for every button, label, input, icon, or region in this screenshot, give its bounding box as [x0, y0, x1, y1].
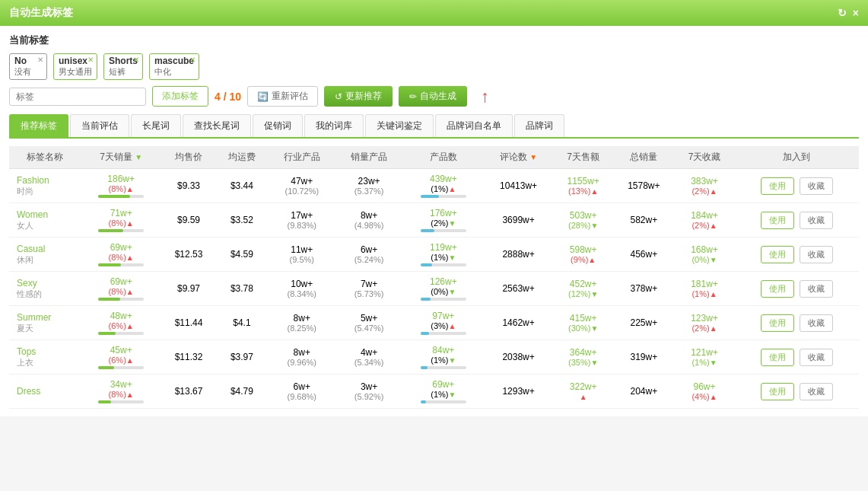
cell-sales7damt: 415w+ (30%)▼: [553, 306, 614, 340]
tag-link[interactable]: Women: [17, 209, 78, 220]
table-row: Summer 夏天 48w+ (6%)▲ $11.44 $4.1 8w+ (8.…: [9, 306, 859, 340]
table-wrapper: 标签名称 7天销量 ▼ 均售价 均运费 行业产品 销量产品 产品数 评论数 ▼ …: [9, 146, 859, 409]
tag-no-close[interactable]: ✕: [37, 56, 43, 64]
col-sales7damt: 7天售额: [553, 146, 614, 169]
tag-mascube-close[interactable]: ✕: [189, 56, 196, 64]
tab-keyword[interactable]: 关键词鉴定: [365, 114, 434, 137]
cell-reviews: 2563w+: [484, 272, 552, 306]
collect-button[interactable]: 收藏: [800, 314, 833, 332]
tab-brandwhite[interactable]: 品牌词自名单: [435, 114, 513, 137]
tag-cn: 性感的: [17, 289, 42, 298]
cell-industryprod: 8w+ (9.96%): [269, 340, 335, 375]
tag-unisex-close[interactable]: ✕: [87, 56, 94, 64]
cell-industryprod: 11w+ (9.5%): [269, 238, 335, 272]
cell-addto: 使用 收藏: [735, 375, 859, 409]
tab-current[interactable]: 当前评估: [70, 114, 129, 137]
cell-tagname: Casual 休闲: [9, 238, 81, 272]
cell-avgprice: $9.97: [162, 272, 215, 306]
cell-industryprod: 8w+ (8.25%): [269, 306, 335, 340]
add-tag-button[interactable]: 添加标签: [152, 86, 208, 107]
tag-mascube-name: mascube: [154, 56, 194, 66]
table-row: Fashion 时尚 186w+ (8%)▲ $9.33 $3.44 47w+ …: [9, 169, 859, 203]
cell-totalsales: 378w+: [614, 272, 674, 306]
tab-brand[interactable]: 品牌词: [514, 114, 564, 137]
close-icon[interactable]: ×: [853, 7, 859, 19]
autogen-button[interactable]: ✏ 自动生成: [399, 86, 467, 107]
cell-reviews: 3699w+: [484, 203, 552, 238]
tag-shorts-sub: 短裤: [109, 66, 138, 78]
table-row: Women 女人 71w+ (8%)▲ $9.59 $3.52 17w+ (9.…: [9, 203, 859, 238]
tag-link[interactable]: Summer: [17, 312, 78, 323]
autogen-icon: ✏: [409, 91, 417, 102]
cell-reviews: 2888w+: [484, 238, 552, 272]
tag-mascube: mascube 中化 ✕: [149, 53, 199, 80]
cell-avgprice: $9.33: [162, 169, 215, 203]
use-button[interactable]: 使用: [761, 212, 794, 229]
cell-salesprod: 8w+ (4.98%): [335, 203, 402, 238]
use-button[interactable]: 使用: [761, 314, 794, 332]
col-reviews[interactable]: 评论数 ▼: [484, 146, 552, 169]
update-recommend-button[interactable]: ↺ 更新推荐: [324, 86, 393, 107]
use-button[interactable]: 使用: [761, 177, 794, 195]
collect-button[interactable]: 收藏: [800, 177, 833, 195]
tag-link[interactable]: Casual: [17, 244, 78, 254]
count-badge: 4 / 10: [215, 91, 241, 103]
arrow-hint: ↑: [481, 87, 489, 107]
tag-no-sub: 没有: [14, 66, 42, 78]
cell-prodcount: 439w+ (1%)▲: [402, 169, 484, 203]
cell-collect7d: 168w+ (0%)▼: [674, 238, 735, 272]
cell-sales7d: 186w+ (8%)▲: [81, 169, 162, 203]
cell-salesprod: 4w+ (5.34%): [335, 340, 402, 375]
collect-button[interactable]: 收藏: [800, 212, 833, 229]
cell-totalsales: 456w+: [614, 238, 674, 272]
tag-cn: 女人: [17, 221, 33, 230]
main-table: 标签名称 7天销量 ▼ 均售价 均运费 行业产品 销量产品 产品数 评论数 ▼ …: [9, 146, 859, 409]
tags-container: No 没有 ✕ unisex 男女通用 ✕ Shorts 短裤 ✕ mascub…: [9, 53, 859, 80]
tag-link[interactable]: Dress: [17, 386, 78, 397]
cell-prodcount: 84w+ (1%)▼: [402, 340, 484, 375]
cell-industryprod: 47w+ (10.72%): [269, 169, 335, 203]
cell-addto: 使用 收藏: [735, 238, 859, 272]
refresh-icon[interactable]: ↻: [838, 7, 847, 19]
cell-addto: 使用 收藏: [735, 203, 859, 238]
use-button[interactable]: 使用: [761, 349, 794, 366]
cell-collect7d: 383w+ (2%)▲: [674, 169, 735, 203]
tab-recommend[interactable]: 推荐标签: [9, 114, 68, 137]
cell-avgship: $4.59: [215, 238, 268, 272]
use-button[interactable]: 使用: [761, 383, 794, 400]
collect-button[interactable]: 收藏: [800, 383, 833, 400]
collect-button[interactable]: 收藏: [800, 349, 833, 366]
tab-findlongtail[interactable]: 查找长尾词: [183, 114, 251, 137]
cell-avgprice: $9.59: [162, 203, 215, 238]
table-row: Dress 34w+ (8%)▲ $13.67 $4.79 6w+ (9.68%…: [9, 375, 859, 409]
cell-tagname: Fashion 时尚: [9, 169, 81, 203]
col-addto: 加入到: [735, 146, 859, 169]
tag-input[interactable]: [9, 88, 146, 106]
tag-shorts-close[interactable]: ✕: [133, 56, 139, 64]
col-industryprod: 行业产品: [269, 146, 335, 169]
cell-avgship: $3.52: [215, 203, 268, 238]
tag-no: No 没有 ✕: [9, 53, 47, 80]
use-button[interactable]: 使用: [761, 280, 794, 298]
tag-link[interactable]: Fashion: [17, 175, 78, 186]
tab-mylib[interactable]: 我的词库: [304, 114, 364, 137]
tab-longtail[interactable]: 长尾词: [131, 114, 181, 137]
cell-tagname: Tops 上衣: [9, 340, 81, 375]
collect-button[interactable]: 收藏: [800, 246, 833, 263]
tag-link[interactable]: Sexy: [17, 278, 78, 289]
collect-button[interactable]: 收藏: [800, 280, 833, 298]
tab-promo[interactable]: 促销词: [253, 114, 303, 137]
cell-avgprice: $11.44: [162, 306, 215, 340]
col-sales7d[interactable]: 7天销量 ▼: [81, 146, 162, 169]
current-tags-label: 当前标签: [9, 33, 859, 47]
reeval-button[interactable]: 🔄 重新评估: [247, 86, 318, 107]
cell-totalsales: 225w+: [614, 306, 674, 340]
cell-tagname: Summer 夏天: [9, 306, 81, 340]
col-totalsales: 总销量: [614, 146, 674, 169]
use-button[interactable]: 使用: [761, 246, 794, 263]
cell-avgprice: $11.32: [162, 340, 215, 375]
tag-link[interactable]: Tops: [17, 346, 78, 357]
cell-reviews: 1462w+: [484, 306, 552, 340]
cell-collect7d: 121w+ (1%)▼: [674, 340, 735, 375]
col-name: 标签名称: [9, 146, 81, 169]
